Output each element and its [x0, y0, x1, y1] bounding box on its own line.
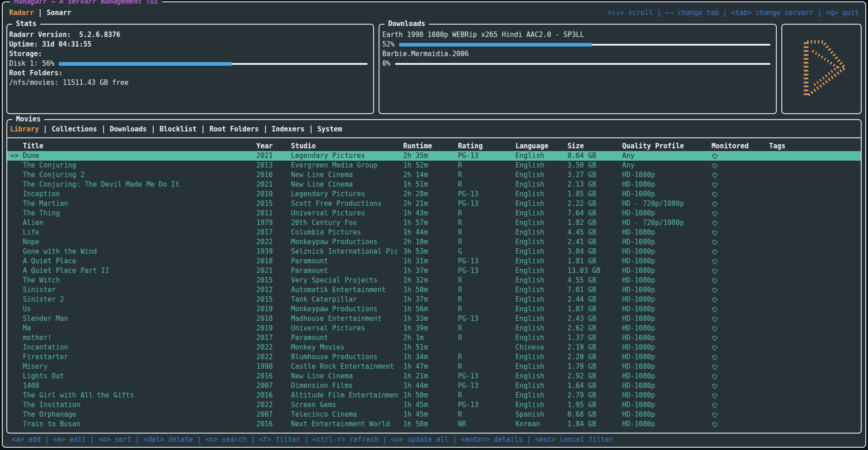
cell-quality-profile: HD-1080p	[622, 304, 712, 314]
movies-tab-downloads[interactable]: Downloads	[110, 125, 147, 134]
download-progress-bar	[395, 63, 770, 65]
movies-tab-collections[interactable]: Collections	[52, 125, 97, 134]
cell-quality-profile: Any	[622, 161, 712, 170]
cell-rating: PG-13	[458, 266, 515, 276]
cell-quality-profile: HD-1080p	[622, 419, 712, 429]
movies-tab-system[interactable]: System	[317, 125, 342, 134]
cell-quality-profile: HD-1080p	[622, 266, 712, 276]
cell-quality-profile: HD-1080p	[622, 381, 712, 391]
cell-quality-profile: HD-1080p	[622, 276, 712, 285]
cell-size: 1.84 GB	[567, 419, 622, 429]
tab-sonarr[interactable]: Sonarr	[47, 8, 71, 18]
cell-size: 1.81 GB	[567, 256, 622, 266]
cell-title: Alien	[23, 218, 256, 228]
cell-title: The Invitation	[23, 400, 256, 410]
cell-title: Incantation	[23, 343, 256, 352]
cell-language: English	[515, 333, 567, 343]
movies-tab-root-folders[interactable]: Root Folders	[209, 125, 259, 134]
cell-year: 2010	[256, 189, 291, 199]
download-item-name[interactable]: Earth 1998 1080p WEBRip x265 Hindi AAC2.…	[382, 30, 771, 40]
cell-studio: Blumhouse Productions	[291, 352, 403, 362]
cell-title: The Conjuring: The Devil Made Me Do It	[23, 180, 256, 189]
cell-language: English	[515, 237, 567, 247]
cell-title: Train to Busan	[23, 419, 256, 429]
cell-rating: PG-13	[458, 151, 515, 161]
cell-title: The Conjuring	[23, 161, 256, 170]
col-runtime: Runtime	[403, 141, 458, 151]
cell-runtime: 1h 57m	[403, 218, 458, 228]
cell-language: English	[515, 285, 567, 295]
cell-studio: Very Special Projects	[291, 276, 403, 285]
cell-title: Dune	[23, 151, 256, 161]
movies-tab-indexers[interactable]: Indexers	[272, 125, 305, 134]
cell-size: 2.92 GB	[567, 372, 622, 381]
cell-rating: PG-13	[458, 199, 515, 209]
cell-studio: New Line Cinema	[291, 170, 403, 180]
cell-runtime: 1h 39m	[403, 324, 458, 333]
movies-tab-blocklist[interactable]: Blocklist	[160, 125, 197, 134]
cell-quality-profile: HD-1080p	[622, 237, 712, 247]
logo-panel	[781, 24, 862, 114]
tab-separator	[103, 126, 104, 133]
cell-size: 1.64 GB	[567, 381, 622, 391]
cell-studio: Monkey Movies	[291, 343, 403, 352]
cell-rating: PG-13	[458, 189, 515, 199]
cell-year: 2019	[256, 324, 291, 333]
stats-panel-title: Stats	[12, 19, 40, 29]
movies-panel-title: Movies	[12, 115, 44, 124]
cell-runtime: 2h 14m	[403, 170, 458, 180]
cell-rating: R	[458, 324, 515, 333]
cell-runtime: 1h 51m	[403, 180, 458, 189]
cell-quality-profile: HD-1080p	[622, 247, 712, 256]
cell-language: English	[515, 247, 567, 256]
cell-studio: Paramount	[291, 333, 403, 343]
col-tags: Tags	[769, 141, 861, 151]
cell-studio: Columbia Pictures	[291, 228, 403, 237]
col-title: Title	[23, 141, 256, 151]
servarr-tabs: Radarr Sonarr	[9, 8, 71, 18]
cell-quality-profile: HD-1080p	[622, 228, 712, 237]
cell-year: 2015	[256, 199, 291, 209]
cell-quality-profile: HD-1080p	[622, 400, 712, 410]
cell-title: Nope	[23, 237, 256, 247]
cell-quality-profile: HD-1080p	[622, 170, 712, 180]
cell-title: mother!	[23, 333, 256, 343]
movies-tab-library[interactable]: Library	[10, 125, 39, 134]
cell-quality-profile: HD-1080p	[622, 343, 712, 352]
cell-title: The Witch	[23, 276, 256, 285]
cell-language: English	[515, 391, 567, 400]
cell-title: The Orphanage	[23, 410, 256, 419]
cell-size: 8.64 GB	[567, 151, 622, 161]
download-item-name[interactable]: Barbie.Mermaidia.2006	[382, 49, 771, 59]
tab-radarr[interactable]: Radarr	[9, 8, 34, 18]
cell-rating: R	[458, 237, 515, 247]
cell-rating: R	[458, 304, 515, 314]
cell-year: 2018	[256, 314, 291, 324]
cell-language: English	[515, 314, 567, 324]
cell-year: 2022	[256, 237, 291, 247]
col-quality-profile: Quality Profile	[622, 141, 712, 151]
cell-quality-profile: HD-1080p	[622, 333, 712, 343]
cell-title: A Quiet Place Part II	[23, 266, 256, 276]
cell-quality-profile: HD-1080p	[622, 314, 712, 324]
cell-rating: R	[458, 352, 515, 362]
cell-year: 2021	[256, 266, 291, 276]
table-row[interactable]: Train to Busan 2016 Next Entertainment W…	[7, 419, 861, 429]
cell-language: Chinese	[515, 343, 567, 352]
col-rating: Rating	[458, 141, 515, 151]
cell-studio: Altitude Film Entertainmen	[291, 391, 403, 400]
cell-studio: Castle Rock Entertainment	[291, 362, 403, 372]
cell-studio: 20th Century Fox	[291, 218, 403, 228]
cell-rating: R	[458, 276, 515, 285]
cell-quality-profile: HD-1080p	[622, 410, 712, 419]
cell-year: 2015	[256, 295, 291, 304]
cell-studio: Selznick International Pic	[291, 247, 403, 256]
cell-language: English	[515, 151, 567, 161]
download-percent-label: 0%	[382, 59, 390, 68]
cell-year: 2018	[256, 256, 291, 266]
cell-rating: R	[458, 161, 515, 170]
col-language: Language	[515, 141, 567, 151]
cell-title: The Martian	[23, 199, 256, 209]
cell-title: The Conjuring 2	[23, 170, 256, 180]
cell-title: The Girl with All the Gifts	[23, 391, 256, 400]
